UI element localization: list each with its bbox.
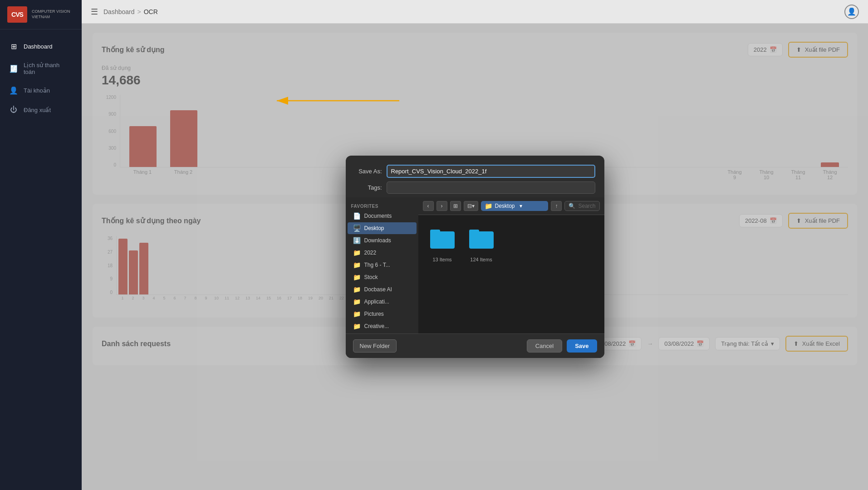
breadcrumb-separator: >: [137, 8, 141, 15]
dialog-toolbar: ‹ › ⊞ ⊟▾ 📁 Desktop ▾ ↑ 🔍 Search: [418, 197, 604, 215]
sidebar-logo: CVS COMPUTER VISIONVIETNAM: [0, 0, 82, 29]
location-bar[interactable]: 📁 Desktop ▾: [481, 201, 549, 211]
dialog-body: Favorites 📄 Documents 🖥️ Desktop ⬇️ Down…: [346, 197, 604, 333]
cancel-button[interactable]: Cancel: [527, 339, 562, 353]
breadcrumb-home[interactable]: Dashboard: [103, 8, 135, 15]
sidebar-2022[interactable]: 📁 2022: [348, 247, 417, 259]
dialog-overlay: Save As: Tags: Favorites 📄 Documents 🖥️ …: [82, 24, 868, 490]
folder-2-icon: [469, 227, 494, 254]
favorites-section-label: Favorites: [346, 201, 418, 210]
dialog-footer: New Folder Cancel Save: [346, 333, 604, 358]
downloads-icon: ⬇️: [353, 237, 361, 244]
sidebar-creative[interactable]: 📁 Creative...: [348, 320, 417, 332]
topbar: ☰ Dashboard > OCR 👤: [82, 0, 868, 24]
location-chevron: ▾: [520, 203, 522, 209]
downloads-label: Downloads: [364, 237, 391, 244]
2022-label: 2022: [364, 250, 377, 256]
arrow-svg: [272, 94, 408, 108]
new-folder-button[interactable]: New Folder: [353, 339, 397, 353]
sidebar-item-label: Dashboard: [24, 43, 53, 50]
app-label: Applicati...: [364, 299, 389, 305]
folder-pictures-icon: 📁: [353, 310, 361, 318]
folder-thg6-icon: 📁: [353, 261, 361, 269]
documents-label: Documents: [364, 213, 392, 219]
logo-text: COMPUTER VISIONVIETNAM: [32, 9, 70, 20]
search-icon: 🔍: [569, 203, 575, 209]
breadcrumb: Dashboard > OCR: [103, 8, 158, 15]
svg-rect-3: [430, 230, 440, 234]
sidebar-item-dashboard[interactable]: ⊞ Dashboard: [0, 37, 82, 56]
desktop-label: Desktop: [364, 225, 384, 231]
topbar-right: 👤: [844, 5, 859, 19]
folder-creative-icon: 📁: [353, 323, 361, 330]
folder-location-icon: 📁: [485, 202, 492, 210]
folder-item-1[interactable]: 13 Items: [427, 224, 457, 265]
folder-item-2[interactable]: 124 Items: [466, 224, 496, 265]
tags-input[interactable]: [387, 181, 595, 194]
dialog-files-area: 13 Items 124 Items: [418, 215, 604, 333]
sidebar-docbase[interactable]: 📁 Docbase AI: [348, 284, 417, 295]
save-dialog: Save As: Tags: Favorites 📄 Documents 🖥️ …: [346, 156, 604, 358]
dialog-sidebar: Favorites 📄 Documents 🖥️ Desktop ⬇️ Down…: [346, 197, 418, 333]
breadcrumb-current: OCR: [144, 8, 158, 15]
location-label: Desktop: [495, 203, 515, 209]
pictures-label: Pictures: [364, 311, 384, 317]
stock-label: Stock: [364, 274, 378, 280]
folder-1-icon: [430, 227, 455, 254]
sidebar-pictures[interactable]: 📁 Pictures: [348, 308, 417, 320]
sidebar-downloads[interactable]: ⬇️ Downloads: [348, 235, 417, 246]
sidebar-thg6[interactable]: 📁 Thg 6 - T...: [348, 259, 417, 271]
sidebar-item-billing[interactable]: 🧾 Lịch sử thanh toán: [0, 56, 82, 81]
sidebar-documents[interactable]: 📄 Documents: [348, 210, 417, 222]
search-bar: 🔍 Search: [564, 201, 599, 211]
user-icon: 👤: [9, 86, 18, 95]
dialog-actions: Cancel Save: [527, 339, 597, 353]
docbase-label: Docbase AI: [364, 286, 392, 293]
logo-icon: CVS: [7, 6, 27, 23]
sidebar-nav: ⊞ Dashboard 🧾 Lịch sử thanh toán 👤 Tài k…: [0, 29, 82, 490]
sidebar-item-label: Lịch sử thanh toán: [24, 62, 73, 75]
arrow-annotation: [272, 94, 408, 108]
grid-view-button[interactable]: ⊞: [450, 201, 461, 211]
sidebar-applications[interactable]: 📁 Applicati...: [348, 296, 417, 308]
folder-2-svg: [469, 228, 494, 249]
save-button[interactable]: Save: [567, 339, 597, 353]
dialog-form-area: Save As: Tags:: [346, 156, 604, 194]
expand-button[interactable]: ↑: [551, 201, 562, 211]
save-as-input[interactable]: [387, 165, 595, 178]
folder-2-label: 124 Items: [470, 257, 492, 262]
logout-icon: ⏻: [9, 106, 18, 114]
thg6-label: Thg 6 - T...: [364, 262, 390, 268]
sidebar-item-label: Tài khoản: [24, 87, 50, 94]
list-view-button[interactable]: ⊟▾: [464, 201, 478, 211]
back-button[interactable]: ‹: [423, 201, 434, 211]
forward-button[interactable]: ›: [436, 201, 447, 211]
sidebar-item-label: Đăng xuất: [24, 107, 51, 113]
grid-icon: ⊞: [9, 42, 18, 51]
user-avatar[interactable]: 👤: [844, 5, 859, 19]
creative-label: Creative...: [364, 323, 389, 329]
receipt-icon: 🧾: [9, 64, 18, 73]
tags-row: Tags:: [355, 181, 595, 194]
sidebar-item-account[interactable]: 👤 Tài khoản: [0, 81, 82, 100]
search-placeholder: Search: [578, 203, 595, 209]
sidebar-desktop[interactable]: 🖥️ Desktop: [348, 222, 417, 234]
save-as-label: Save As:: [355, 168, 382, 175]
folder-1-label: 13 Items: [432, 257, 451, 262]
dialog-main-area: ‹ › ⊞ ⊟▾ 📁 Desktop ▾ ↑ 🔍 Search: [418, 197, 604, 333]
sidebar-item-logout[interactable]: ⏻ Đăng xuất: [0, 100, 82, 119]
folder-docbase-icon: 📁: [353, 286, 361, 293]
icloud-section-label: iCloud: [346, 333, 418, 333]
folder-1-svg: [430, 228, 455, 249]
folder-2022-icon: 📁: [353, 249, 361, 256]
folder-app-icon: 📁: [353, 298, 361, 305]
menu-icon[interactable]: ☰: [91, 7, 98, 17]
documents-icon: 📄: [353, 212, 361, 220]
desktop-icon: 🖥️: [353, 225, 361, 232]
folder-stock-icon: 📁: [353, 274, 361, 281]
sidebar: CVS COMPUTER VISIONVIETNAM ⊞ Dashboard 🧾…: [0, 0, 82, 490]
svg-rect-5: [469, 230, 479, 234]
sidebar-stock[interactable]: 📁 Stock: [348, 271, 417, 283]
tags-label: Tags:: [355, 184, 382, 191]
save-as-row: Save As:: [355, 165, 595, 178]
